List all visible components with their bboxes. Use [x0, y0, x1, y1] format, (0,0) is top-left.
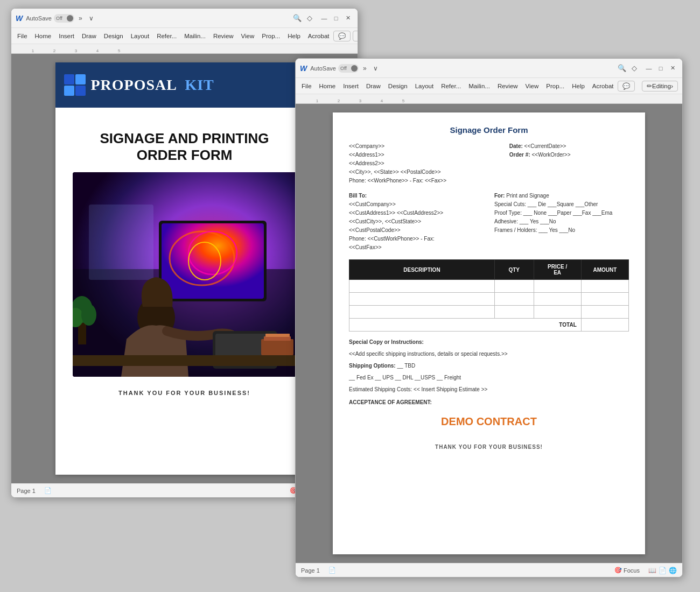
- svg-point-15: [81, 304, 96, 326]
- menu-layout-1[interactable]: Layout: [127, 31, 153, 41]
- search-icon-1[interactable]: 🔍: [293, 14, 302, 22]
- menu-home-1[interactable]: Home: [31, 31, 55, 41]
- row2-amount: [581, 293, 628, 306]
- maximize-btn-2[interactable]: □: [655, 63, 666, 74]
- word-window-2[interactable]: W AutoSave Off » ∨ 🔍 ◇ — □ ✕ File Home I…: [295, 58, 683, 577]
- col-qty: QTY: [494, 260, 534, 280]
- table-row: [349, 306, 629, 319]
- row2-desc: [349, 293, 495, 306]
- menu-ref-1[interactable]: Refer...: [153, 31, 180, 41]
- menu-review-2[interactable]: Review: [494, 81, 522, 91]
- autosave-toggle-2[interactable]: Off: [338, 64, 359, 73]
- menu-insert-2[interactable]: Insert: [339, 81, 362, 91]
- row2-qty: [494, 293, 534, 306]
- toggle-knob-1: [67, 15, 73, 22]
- row3-price: [534, 306, 581, 319]
- autosave-label-2: AutoSave: [310, 65, 336, 72]
- menu-file-1[interactable]: File: [13, 31, 31, 41]
- menu-acro-2[interactable]: Acrobat: [589, 81, 618, 91]
- total-label: TOTAL: [349, 319, 582, 332]
- title-bar-2: W AutoSave Off » ∨ 🔍 ◇ — □ ✕: [296, 59, 682, 78]
- city-state-field: <<City>>, <<State>> <<PostalCode>>: [349, 168, 499, 177]
- ruler-1: 1 2 3 4 5: [11, 44, 358, 54]
- focus-label-2[interactable]: 🎯 Focus: [614, 567, 640, 574]
- kit-text: KIT: [185, 76, 214, 93]
- editing-btn-1[interactable]: ✏ Editing ›: [353, 31, 359, 41]
- cover-header: PROPOSAL KIT: [55, 62, 314, 108]
- minimize-btn-2[interactable]: —: [643, 63, 654, 74]
- close-btn-2[interactable]: ✕: [667, 63, 678, 74]
- print-view-icon-2[interactable]: 📄: [659, 567, 667, 574]
- menu-file-2[interactable]: File: [298, 81, 316, 91]
- menu-view-2[interactable]: View: [522, 81, 543, 91]
- bill-to-section: Bill To: <<CustCompany>> <<CustAddress1>…: [349, 192, 629, 252]
- cover-body: SIGNAGE AND PRINTING ORDER FORM: [55, 108, 314, 409]
- copilot-icon-2[interactable]: ◇: [632, 64, 637, 72]
- acceptance-label: ACCEPTANCE OF AGREEMENT:: [349, 398, 629, 407]
- title-bar-1: W AutoSave Off » ∨ 🔍 ◇ — □ ✕: [11, 9, 358, 28]
- logo-sq-3: [64, 86, 74, 96]
- menu-design-2[interactable]: Design: [384, 81, 411, 91]
- menu-prop-1[interactable]: Prop...: [258, 31, 284, 41]
- menu-draw-2[interactable]: Draw: [362, 81, 384, 91]
- row1-amount: [581, 280, 628, 293]
- nav-arrow-1[interactable]: ∨: [89, 15, 94, 22]
- menu-bar-2: File Home Insert Draw Design Layout Refe…: [296, 78, 682, 94]
- pencil-icon-1: ✏: [358, 32, 359, 40]
- proposal-kit-logo: [64, 74, 86, 96]
- close-btn-1[interactable]: ✕: [342, 13, 353, 24]
- for-info: For: Print and Signage Special Cuts: ___…: [494, 192, 629, 252]
- word-logo-1: W: [16, 14, 23, 23]
- menu-insert-1[interactable]: Insert: [55, 31, 78, 41]
- menu-help-1[interactable]: Help: [284, 31, 304, 41]
- editing-chevron-2: ›: [671, 83, 673, 89]
- svg-rect-4: [162, 223, 264, 299]
- svg-rect-11: [73, 355, 304, 366]
- order-form-content: Signage Order Form <<Company>> <<Address…: [333, 112, 645, 463]
- page-indicator-1: Page 1: [17, 488, 36, 494]
- read-view-icon-2[interactable]: 📖: [648, 567, 656, 574]
- copilot-icon-1[interactable]: ◇: [307, 14, 312, 22]
- shipping-costs: Estimated Shipping Costs: << Insert Ship…: [349, 385, 629, 394]
- svg-rect-2: [89, 205, 153, 280]
- address2-field: <<Address2>>: [349, 159, 499, 168]
- autosave-toggle-1[interactable]: Off: [54, 14, 74, 23]
- maximize-btn-1[interactable]: □: [331, 13, 341, 24]
- menu-acro-1[interactable]: Acrobat: [304, 31, 333, 41]
- page-label-1: Page 1: [17, 488, 36, 494]
- menu-mail-1[interactable]: Mailin...: [180, 31, 209, 41]
- nav-arrow-2[interactable]: ∨: [373, 65, 378, 72]
- doc-area-2[interactable]: Signage Order Form <<Company>> <<Address…: [296, 104, 682, 563]
- ruler2-mark-5: 5: [393, 98, 414, 103]
- order-num-field: Order #: <<WorkOrder>>: [509, 151, 629, 159]
- ruler-mark-3: 3: [65, 48, 87, 53]
- page-label-2: Page 1: [301, 567, 320, 574]
- ruler-mark-1: 1: [22, 48, 44, 53]
- ruler-mark-5: 5: [108, 48, 130, 53]
- address1-field: <<Address1>>: [349, 151, 499, 159]
- editing-btn-2[interactable]: ✏ Editing ›: [642, 81, 678, 91]
- menu-review-1[interactable]: Review: [209, 31, 237, 41]
- menu-help-2[interactable]: Help: [568, 81, 589, 91]
- menu-draw-1[interactable]: Draw: [78, 31, 100, 41]
- menu-prop-2[interactable]: Prop...: [542, 81, 568, 91]
- menu-layout-2[interactable]: Layout: [411, 81, 438, 91]
- cover-main-title: SIGNAGE AND PRINTING ORDER FORM: [73, 130, 297, 164]
- menu-home-2[interactable]: Home: [316, 81, 340, 91]
- comment-btn-1[interactable]: 💬: [333, 31, 351, 41]
- search-icon-2[interactable]: 🔍: [618, 64, 626, 72]
- svg-rect-16: [261, 339, 293, 355]
- minimize-btn-1[interactable]: —: [319, 13, 330, 24]
- svg-rect-18: [265, 334, 290, 337]
- menu-mail-2[interactable]: Mailin...: [465, 81, 494, 91]
- row3-desc: [349, 306, 495, 319]
- menu-view-1[interactable]: View: [237, 31, 258, 41]
- more-btn-1[interactable]: »: [79, 15, 82, 22]
- comment-btn-2[interactable]: 💬: [618, 81, 635, 91]
- more-btn-2[interactable]: »: [363, 65, 367, 72]
- web-view-icon-2[interactable]: 🌐: [669, 567, 677, 574]
- menu-design-1[interactable]: Design: [100, 31, 127, 41]
- menu-ref-2[interactable]: Refer...: [437, 81, 465, 91]
- row3-amount: [581, 306, 628, 319]
- cover-svg: [73, 172, 304, 377]
